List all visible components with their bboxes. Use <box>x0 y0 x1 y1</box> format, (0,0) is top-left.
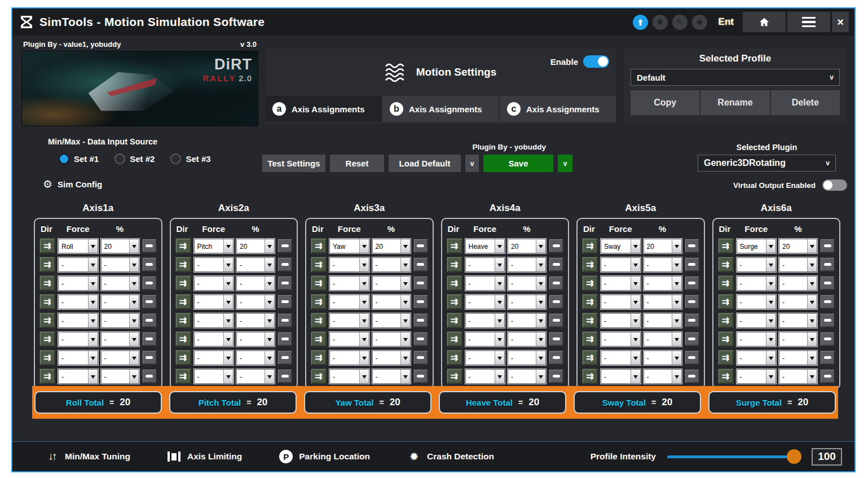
dropdown-arrow-icon[interactable] <box>359 370 369 383</box>
save-button[interactable]: Save <box>483 155 553 172</box>
direction-button[interactable]: ⇉ <box>582 257 598 272</box>
tab-axis-assignments-b[interactable]: b Axis Assignments <box>382 96 499 122</box>
percent-select[interactable]: - <box>779 350 817 365</box>
direction-button[interactable]: ⇉ <box>39 238 55 253</box>
direction-button[interactable]: ⇉ <box>175 369 191 384</box>
dropdown-arrow-icon[interactable] <box>536 351 545 365</box>
tab-axis-assignments-c[interactable]: c Axis Assignments <box>500 96 616 122</box>
remove-row-button[interactable] <box>820 332 835 346</box>
direction-button[interactable]: ⇉ <box>447 350 462 365</box>
remove-row-button[interactable] <box>413 350 428 365</box>
direction-button[interactable]: ⇉ <box>582 369 598 384</box>
remove-row-button[interactable] <box>685 369 699 383</box>
percent-select[interactable]: - <box>236 332 275 347</box>
percent-select[interactable]: - <box>372 350 411 365</box>
load-default-dropdown-button[interactable]: v <box>465 155 479 172</box>
force-select[interactable]: - <box>601 257 641 272</box>
direction-button[interactable]: ⇉ <box>447 275 462 291</box>
remove-row-button[interactable] <box>277 295 292 309</box>
remove-row-button[interactable] <box>413 276 428 290</box>
dropdown-arrow-icon[interactable] <box>807 295 817 309</box>
percent-select[interactable]: - <box>101 257 139 272</box>
dropdown-arrow-icon[interactable] <box>88 258 98 271</box>
dropdown-arrow-icon[interactable] <box>129 370 139 383</box>
dropdown-arrow-icon[interactable] <box>88 351 98 365</box>
remove-row-button[interactable] <box>685 313 699 327</box>
percent-select[interactable]: - <box>508 369 546 384</box>
dropdown-arrow-icon[interactable] <box>766 239 776 253</box>
direction-button[interactable]: ⇉ <box>175 238 191 253</box>
percent-select[interactable]: - <box>508 332 546 347</box>
direction-button[interactable]: ⇉ <box>311 275 327 291</box>
percent-select[interactable]: 20 <box>236 239 275 253</box>
direction-button[interactable]: ⇉ <box>39 331 55 347</box>
remove-row-button[interactable] <box>277 350 292 365</box>
force-select[interactable]: - <box>601 350 641 365</box>
direction-button[interactable]: ⇉ <box>311 294 327 309</box>
dropdown-arrow-icon[interactable] <box>400 370 410 383</box>
percent-select[interactable]: - <box>644 350 682 365</box>
force-select[interactable]: - <box>58 276 98 291</box>
percent-select[interactable]: - <box>779 295 817 309</box>
enable-toggle[interactable] <box>583 55 609 68</box>
dropdown-arrow-icon[interactable] <box>536 295 545 309</box>
direction-button[interactable]: ⇉ <box>718 238 734 253</box>
direction-button[interactable]: ⇉ <box>175 313 191 328</box>
direction-button[interactable]: ⇉ <box>175 350 191 365</box>
dropdown-arrow-icon[interactable] <box>495 314 504 327</box>
direction-button[interactable]: ⇉ <box>311 350 327 365</box>
remove-row-button[interactable] <box>820 257 835 271</box>
direction-button[interactable]: ⇉ <box>582 275 598 291</box>
remove-row-button[interactable] <box>549 239 563 253</box>
remove-row-button[interactable] <box>142 313 157 327</box>
remove-row-button[interactable] <box>413 257 428 271</box>
remove-row-button[interactable] <box>549 257 563 271</box>
direction-button[interactable]: ⇉ <box>39 350 55 365</box>
percent-select[interactable]: - <box>644 295 682 309</box>
dropdown-arrow-icon[interactable] <box>88 239 98 253</box>
direction-button[interactable]: ⇉ <box>311 257 327 272</box>
force-select[interactable]: - <box>329 313 369 328</box>
axis-limiting-button[interactable]: Axis Limiting <box>168 451 242 462</box>
dropdown-arrow-icon[interactable] <box>129 277 139 290</box>
dropdown-arrow-icon[interactable] <box>495 239 504 253</box>
remove-row-button[interactable] <box>277 239 292 253</box>
remove-row-button[interactable] <box>549 276 563 290</box>
remove-row-button[interactable] <box>413 295 428 309</box>
profile-intensity-slider[interactable] <box>667 449 801 464</box>
dropdown-arrow-icon[interactable] <box>359 351 369 365</box>
dropdown-arrow-icon[interactable] <box>631 351 640 365</box>
percent-select[interactable]: - <box>372 257 411 272</box>
force-select[interactable]: - <box>737 369 777 384</box>
dropdown-arrow-icon[interactable] <box>766 370 776 383</box>
remove-row-button[interactable] <box>142 350 157 365</box>
percent-select[interactable]: - <box>508 313 546 328</box>
dropdown-arrow-icon[interactable] <box>495 295 504 309</box>
profile-delete-button[interactable]: Delete <box>771 90 840 115</box>
reset-button[interactable]: Reset <box>330 155 384 172</box>
dropdown-arrow-icon[interactable] <box>359 332 369 346</box>
percent-select[interactable]: 20 <box>372 239 411 253</box>
dropdown-arrow-icon[interactable] <box>536 239 545 253</box>
close-button[interactable]: × <box>832 12 849 32</box>
direction-button[interactable]: ⇉ <box>718 350 734 365</box>
percent-select[interactable]: - <box>779 313 817 328</box>
dropdown-arrow-icon[interactable] <box>631 277 640 290</box>
percent-select[interactable]: - <box>644 369 682 384</box>
dropdown-arrow-icon[interactable] <box>766 277 776 290</box>
dropdown-arrow-icon[interactable] <box>672 332 681 346</box>
direction-button[interactable]: ⇉ <box>175 331 191 347</box>
dropdown-arrow-icon[interactable] <box>495 277 504 290</box>
force-select[interactable]: Roll <box>58 239 98 253</box>
direction-button[interactable]: ⇉ <box>582 313 598 328</box>
dropdown-arrow-icon[interactable] <box>265 295 274 309</box>
percent-select[interactable]: - <box>644 257 682 272</box>
dropdown-arrow-icon[interactable] <box>129 258 139 271</box>
force-select[interactable]: - <box>601 313 641 328</box>
direction-button[interactable]: ⇉ <box>311 313 327 328</box>
percent-select[interactable]: - <box>372 295 411 309</box>
percent-select[interactable]: - <box>101 276 139 291</box>
dropdown-arrow-icon[interactable] <box>129 295 139 309</box>
dropdown-arrow-icon[interactable] <box>807 314 817 327</box>
percent-select[interactable]: - <box>236 313 275 328</box>
